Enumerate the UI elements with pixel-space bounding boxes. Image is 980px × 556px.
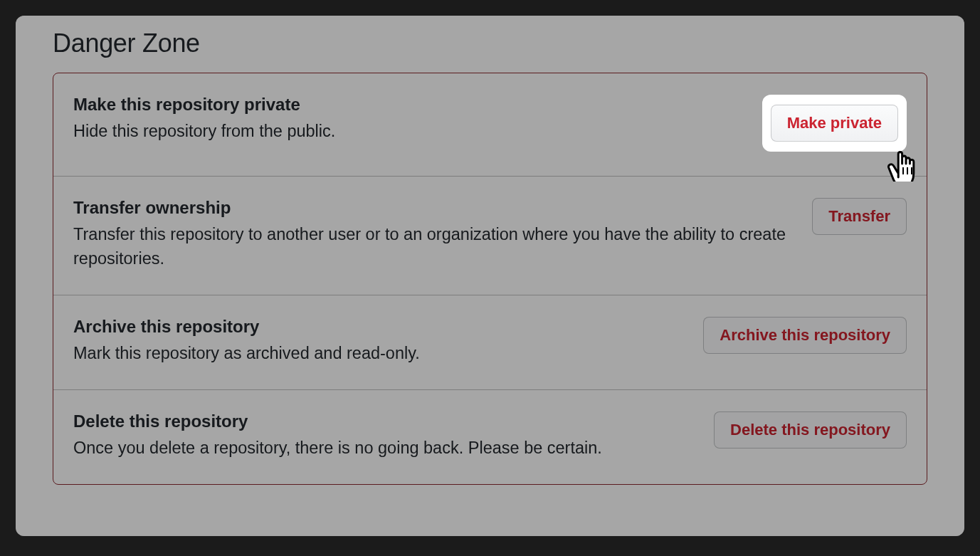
row-make-private: Make this repository private Hide this r… <box>53 73 927 176</box>
row-transfer: Transfer ownership Transfer this reposit… <box>53 176 927 295</box>
section-title: Danger Zone <box>53 28 927 58</box>
row-delete: Delete this repository Once you delete a… <box>53 389 927 484</box>
row-desc: Mark this repository as archived and rea… <box>73 341 689 365</box>
make-private-button[interactable]: Make private <box>771 105 898 142</box>
danger-zone-panel: Danger Zone Make this repository private… <box>16 16 964 536</box>
row-title: Make this repository private <box>73 95 748 115</box>
row-title: Delete this repository <box>73 411 700 431</box>
row-text: Transfer ownership Transfer this reposit… <box>73 198 798 271</box>
highlight-region: Make private <box>762 95 907 152</box>
row-desc: Transfer this repository to another user… <box>73 222 798 271</box>
row-title: Archive this repository <box>73 317 689 337</box>
row-text: Make this repository private Hide this r… <box>73 95 748 143</box>
row-text: Delete this repository Once you delete a… <box>73 411 700 460</box>
delete-button[interactable]: Delete this repository <box>714 411 907 449</box>
danger-zone-box: Make this repository private Hide this r… <box>53 73 927 485</box>
row-title: Transfer ownership <box>73 198 798 218</box>
row-text: Archive this repository Mark this reposi… <box>73 317 689 365</box>
highlight-wrap: Make private <box>762 95 907 152</box>
row-archive: Archive this repository Mark this reposi… <box>53 295 927 389</box>
archive-button[interactable]: Archive this repository <box>703 317 907 354</box>
transfer-button[interactable]: Transfer <box>812 198 907 235</box>
row-desc: Hide this repository from the public. <box>73 119 748 143</box>
row-desc: Once you delete a repository, there is n… <box>73 436 700 460</box>
